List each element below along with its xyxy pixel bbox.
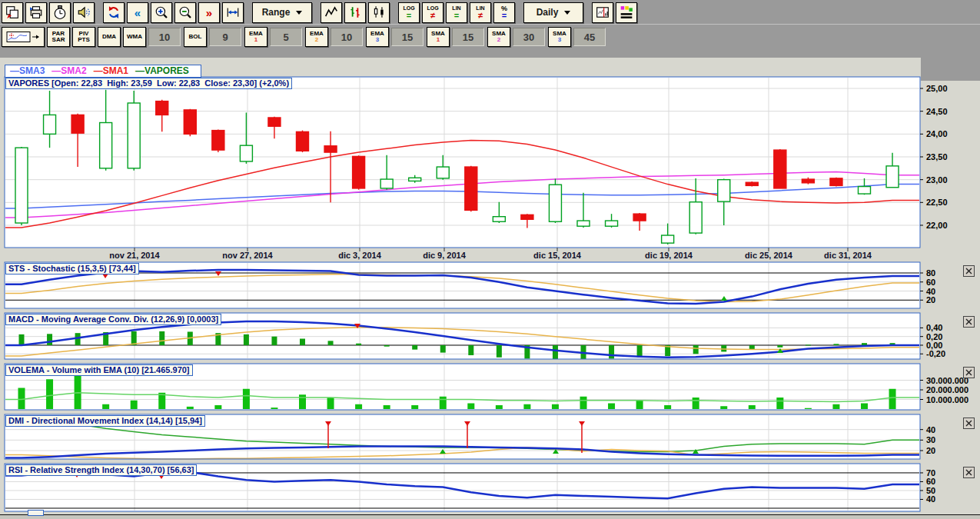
close-icon	[965, 268, 972, 274]
lin-equal-scale-button[interactable]: LIN=	[446, 2, 467, 23]
bar-chart-type-button[interactable]	[344, 2, 366, 23]
panel-layout-icon	[596, 5, 610, 19]
sma2-indicator-button[interactable]: SMA2	[487, 27, 510, 47]
volema-axis-label: 20.000.000	[926, 385, 968, 394]
wma-period-value[interactable]: 10	[148, 28, 181, 46]
timer-button[interactable]	[49, 2, 71, 23]
wma-label: WMA	[127, 34, 142, 40]
pivpts-indicator-button[interactable]: PIVPTS	[72, 27, 95, 47]
candle-28	[802, 179, 814, 183]
refresh-icon	[107, 5, 121, 19]
price-axis-label: 25,00	[926, 84, 948, 93]
lin-unequal-scale-button[interactable]: LIN≠	[470, 2, 491, 23]
scroll-back-button[interactable]: «	[127, 2, 148, 23]
stochastic-axis-label: 80	[926, 268, 935, 278]
sma1-period-value[interactable]: 15	[452, 28, 484, 46]
ema3-number: 3	[376, 37, 379, 43]
log-equal-scale-button[interactable]: LOG=	[398, 2, 420, 23]
indicator-buttons-group: PARSARPIVPTSDMAWMA10BOL9EMA15EMA210EMA31…	[47, 27, 609, 47]
not-equal-icon: ≠	[430, 12, 435, 19]
candle-24	[689, 202, 702, 233]
candle-21	[606, 221, 618, 226]
dmi-close-button[interactable]	[963, 418, 975, 429]
date-label: dic 9, 2014	[423, 251, 466, 260]
candle-27	[774, 150, 786, 188]
rsi-title-tag: RSI - Relative Strength Index (14,30,70)…	[5, 464, 197, 476]
price-axis-label: 22,50	[926, 198, 948, 207]
arrange-windows-button[interactable]	[2, 2, 23, 23]
bol-indicator-button[interactable]: BOL	[184, 27, 207, 47]
price-axis-label: 23,00	[926, 175, 948, 185]
sma1-indicator-button[interactable]: SMA1	[427, 27, 450, 47]
not-equal-icon: ≠	[478, 12, 483, 19]
insert-study-button[interactable]	[2, 27, 45, 47]
macd-close-button[interactable]	[963, 316, 975, 328]
volema-axis-label: 10.000.000	[926, 395, 968, 404]
ema2-indicator-button[interactable]: EMA2	[305, 27, 328, 47]
dmi-axis-label: 40	[926, 425, 935, 434]
panel-layout-button[interactable]	[592, 2, 613, 23]
ema2-period-value[interactable]: 10	[331, 28, 363, 46]
scroll-forward-button[interactable]: »	[198, 2, 220, 23]
dmi-title-tag: DMI - Directional Movement Index (14,14)…	[5, 415, 205, 427]
stochastic-close-button[interactable]	[963, 265, 975, 277]
print-button[interactable]	[25, 2, 47, 23]
line-chart-type-button[interactable]	[321, 2, 342, 23]
range-dropdown[interactable]: Range	[252, 2, 312, 23]
wma-indicator-button[interactable]: WMA	[123, 27, 146, 47]
ema1-indicator-button[interactable]: EMA1	[244, 27, 267, 47]
close-icon	[965, 369, 972, 376]
ema1-period-value[interactable]: 5	[270, 28, 302, 46]
ema3-indicator-button[interactable]: EMA3	[366, 27, 389, 47]
horizontal-scrollbar[interactable]	[0, 515, 980, 519]
sma3-number: 3	[558, 37, 561, 43]
dma-indicator-button[interactable]: DMA	[98, 27, 121, 47]
volema-close-button[interactable]	[963, 367, 975, 378]
candle-0	[15, 148, 28, 223]
volema-axis-label: 30.000.000	[926, 376, 968, 385]
candle-12	[353, 156, 365, 188]
equal-icon: =	[407, 12, 411, 19]
candle-22	[633, 214, 646, 221]
candle-18	[521, 215, 533, 219]
candle-2	[71, 115, 84, 133]
sma3-indicator-button[interactable]: SMA3	[548, 27, 571, 47]
legend-item-sma3: —SMA3	[10, 65, 45, 76]
stochastic-axis-label: 40	[926, 287, 935, 296]
date-label: dic 31, 2014	[824, 251, 872, 260]
sma3-period-value[interactable]: 45	[573, 28, 606, 46]
ema3-period-value[interactable]: 15	[391, 28, 424, 46]
zoom-in-button[interactable]	[151, 2, 172, 23]
sound-button[interactable]	[73, 2, 95, 23]
legend-item-sma2: —SMA2	[51, 65, 86, 76]
legend-item-sma1: —SMA1	[94, 65, 128, 76]
period-dropdown[interactable]: Daily	[523, 2, 583, 23]
legend-box: —SMA3—SMA2—SMA1—VAPORES	[5, 65, 201, 78]
log-unequal-scale-button[interactable]: LOG≠	[422, 2, 443, 23]
rsi-close-button[interactable]	[963, 467, 975, 478]
price-axis-label: 24,50	[926, 107, 948, 116]
rsi-axis-label: 50	[926, 486, 935, 495]
parsar-indicator-button[interactable]: PARSAR	[47, 27, 70, 47]
bol-period-value[interactable]: 9	[209, 28, 241, 46]
candle-chart-type-button[interactable]	[368, 2, 390, 23]
refresh-button[interactable]	[103, 2, 125, 23]
candle-3	[100, 123, 112, 168]
fit-width-icon	[226, 5, 240, 19]
bol-label: BOL	[189, 34, 202, 40]
sma2-period-value[interactable]: 30	[513, 28, 545, 46]
candle-10	[297, 131, 309, 151]
date-label: nov 21, 2014	[109, 251, 159, 260]
rsi-axis-label: 70	[926, 468, 935, 477]
dropdown-arrow-icon	[564, 11, 570, 15]
macd-axis-label: 0,40	[926, 323, 942, 332]
fit-width-button[interactable]	[222, 2, 244, 23]
zoom-out-button[interactable]	[174, 2, 196, 23]
percent-scale-button[interactable]: %=	[493, 2, 515, 23]
stochastic-plot-area[interactable]	[5, 262, 920, 308]
scrollbar-thumb[interactable]	[28, 510, 44, 516]
print-icon	[29, 5, 43, 19]
colors-settings-button[interactable]	[616, 2, 637, 23]
candlestick-icon	[372, 5, 386, 19]
speaker-icon	[77, 5, 91, 19]
